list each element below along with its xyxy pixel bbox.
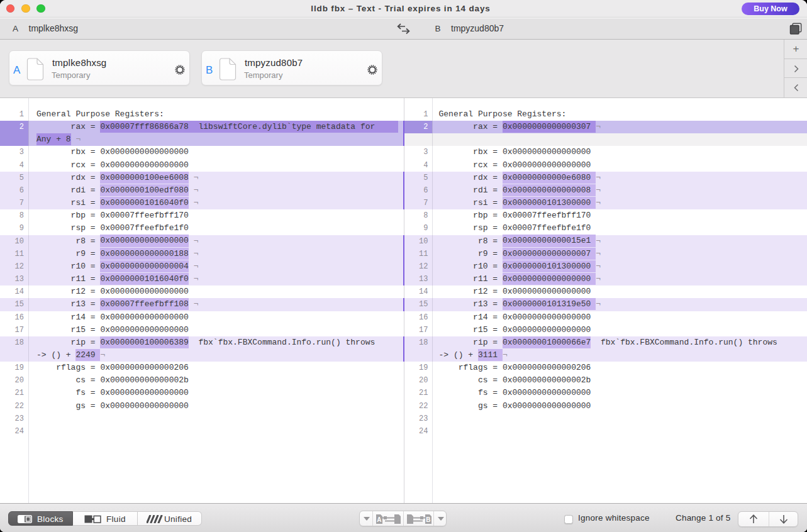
svg-text:B: B — [426, 516, 430, 523]
svg-text:A: A — [377, 516, 381, 523]
